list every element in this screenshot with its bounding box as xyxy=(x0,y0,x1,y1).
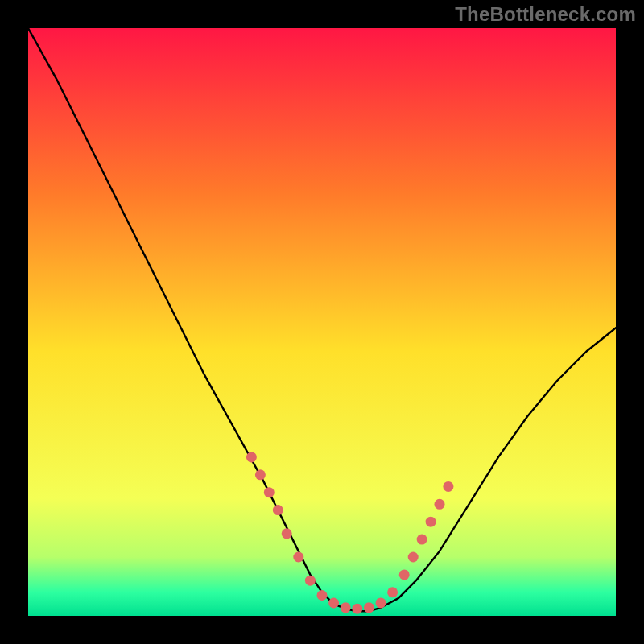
watermark-text: TheBottleneck.com xyxy=(455,3,636,26)
highlight-dot xyxy=(399,569,410,580)
highlight-dot xyxy=(435,499,445,510)
highlight-dot xyxy=(352,604,362,614)
highlight-dot xyxy=(328,597,339,608)
highlight-dot xyxy=(341,602,351,613)
highlight-dot xyxy=(387,587,398,597)
highlight-dot xyxy=(443,481,453,492)
highlight-dot xyxy=(246,452,257,462)
highlight-dot xyxy=(376,597,386,608)
highlight-dot xyxy=(426,517,436,527)
highlight-dot xyxy=(264,487,275,497)
gradient-background xyxy=(28,28,616,616)
highlight-dot xyxy=(255,469,266,480)
plot-area xyxy=(28,28,616,616)
highlight-dot xyxy=(417,535,427,545)
highlight-dot xyxy=(282,528,292,539)
chart-svg xyxy=(28,28,616,616)
highlight-dot xyxy=(317,590,328,601)
chart-frame: TheBottleneck.com xyxy=(0,0,644,644)
highlight-dot xyxy=(364,602,374,613)
highlight-dot xyxy=(273,505,283,515)
highlight-dot xyxy=(305,576,316,586)
highlight-dot xyxy=(293,552,303,563)
highlight-dot xyxy=(408,552,419,563)
